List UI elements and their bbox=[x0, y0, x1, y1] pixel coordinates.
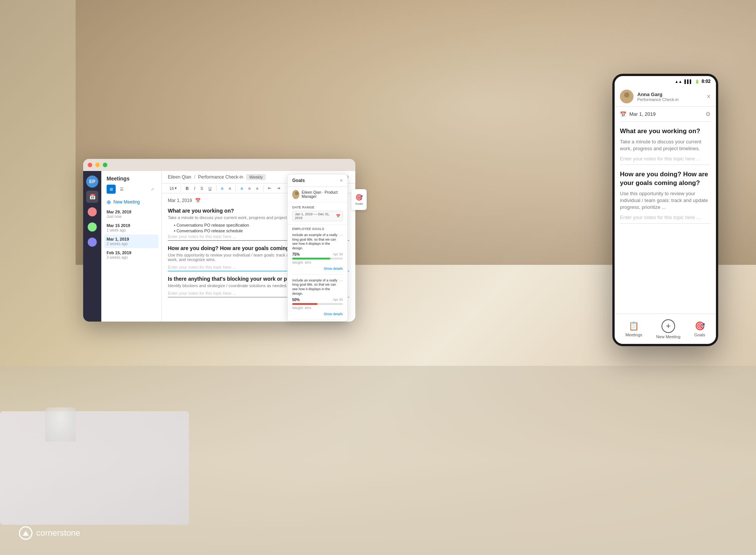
meeting-item-2[interactable]: Mar 15 2019 1 week ago bbox=[104, 221, 158, 235]
mobile-date-calendar-icon: 📅 bbox=[620, 111, 626, 117]
goals-date-range-text: Jan 1, 2019 — Dec 31, 2019 bbox=[295, 212, 336, 220]
mobile-panel: ▲▲ ▌▌▌ 🔋 8:02 Anna Garg Performance Chec… bbox=[612, 74, 718, 346]
goal-2-progress-bar bbox=[292, 303, 343, 305]
goal-2-weight: Weight: 40% bbox=[292, 306, 343, 310]
meeting-item-3[interactable]: Mar 1, 2019 2 weeks ago bbox=[104, 235, 158, 248]
new-meeting-plus-icon: ⊕ bbox=[107, 199, 111, 205]
meeting-ago-2: 1 week ago bbox=[107, 228, 156, 232]
bold-button[interactable]: B bbox=[183, 185, 191, 191]
mobile-goals-icon: 🎯 bbox=[695, 321, 705, 331]
goals-user-name: Eileen Qian • Product Manager bbox=[302, 190, 343, 199]
goals-user-row: Eileen Qian • Product Manager bbox=[288, 187, 347, 202]
mobile-gear-icon[interactable]: ⚙ bbox=[705, 110, 711, 118]
mobile-battery-icon: 🔋 bbox=[695, 79, 699, 84]
goal-item-2: Include an example of a really long goal… bbox=[292, 278, 343, 320]
mobile-close-button[interactable]: × bbox=[706, 93, 711, 101]
view-grid-button[interactable]: ⊞ bbox=[107, 185, 116, 194]
list-ordered-button[interactable]: ≡ bbox=[246, 185, 253, 191]
goals-panel-header: Goals × bbox=[288, 174, 347, 187]
sidebar-icon-user2[interactable] bbox=[86, 221, 98, 233]
font-size-selector[interactable]: 16 ▾ bbox=[168, 185, 178, 191]
goal-1-pct: 75% bbox=[292, 252, 300, 257]
sidebar-icon-user1[interactable] bbox=[86, 206, 98, 218]
outdent-button[interactable]: ⇥ bbox=[274, 185, 282, 191]
view-toggles: ⊞ ☰ ⤢ bbox=[104, 185, 158, 197]
mobile-topic-2: How are you doing? How are your goals co… bbox=[620, 165, 711, 224]
new-meeting-button[interactable]: ⊕ New Meeting bbox=[104, 197, 158, 207]
meeting-item-4[interactable]: Feb 15, 2019 3 weeks ago bbox=[104, 248, 158, 262]
mobile-nav-meetings[interactable]: 📋 Meetings bbox=[625, 321, 642, 337]
align-center-button[interactable]: ≡ bbox=[226, 185, 233, 191]
goals-float-icon-symbol: 🎯 bbox=[355, 194, 363, 201]
breadcrumb: Eileen Qian / Performance Check-in bbox=[168, 174, 243, 180]
titlebar-close-dot[interactable] bbox=[88, 163, 92, 167]
goal-2-pct: 50% bbox=[292, 298, 300, 302]
meeting-ago-1: Just now bbox=[107, 215, 156, 219]
mobile-nav-new-meeting[interactable]: + New Meeting bbox=[656, 319, 680, 339]
goal-1-progress-fill bbox=[292, 258, 330, 260]
mobile-topic-1-input[interactable]: Enter your notes for this topic here ... bbox=[620, 156, 711, 162]
goal-1-menu-icon[interactable]: ··· bbox=[339, 233, 343, 238]
mobile-date-row: 📅 Mar 1, 2019 ⚙ bbox=[620, 107, 711, 122]
goal-1-title: Include an example of a really long goal… bbox=[292, 233, 339, 251]
mobile-topic-2-desc: Use this opportunity to review your indi… bbox=[620, 190, 711, 211]
goal-2-header: Include an example of a really long goal… bbox=[292, 278, 343, 296]
logo-text: cornerstone bbox=[36, 528, 80, 538]
mobile-subtitle: Performance Check-in bbox=[637, 97, 703, 102]
goals-user-avatar bbox=[292, 190, 299, 199]
toolbar-separator-3 bbox=[235, 185, 236, 191]
underline-button[interactable]: U bbox=[206, 185, 214, 191]
logo-triangle-icon bbox=[23, 531, 29, 536]
breadcrumb-user: Eileen Qian bbox=[168, 174, 191, 180]
sidebar-user-avatar[interactable]: EP bbox=[86, 176, 98, 188]
mobile-new-meeting-label: New Meeting bbox=[656, 334, 680, 339]
goals-date-label: Date Range bbox=[292, 205, 343, 209]
list-unordered-button[interactable]: ≡ bbox=[238, 185, 245, 191]
sidebar-icon-user3[interactable] bbox=[86, 236, 98, 248]
meeting-ago-3: 2 weeks ago bbox=[107, 242, 156, 246]
goals-panel-title: Goals bbox=[292, 178, 305, 183]
goal-2-due: Apr 30 bbox=[333, 298, 343, 302]
meeting-date-2: Mar 15 2019 bbox=[107, 223, 156, 228]
meeting-date-4: Feb 15, 2019 bbox=[107, 250, 156, 255]
mobile-topic-1-desc: Take a minute to discuss your current wo… bbox=[620, 138, 711, 152]
goals-close-button[interactable]: × bbox=[340, 177, 343, 183]
editor-date: Mar 1, 2019 bbox=[168, 198, 192, 203]
date-calendar-icon[interactable]: 📅 bbox=[195, 198, 201, 203]
goal-2-progress-row: 50% Apr 30 bbox=[292, 298, 343, 302]
view-list-button[interactable]: ☰ bbox=[117, 185, 126, 194]
meeting-date-3: Mar 1, 2019 bbox=[107, 237, 156, 241]
mobile-date-text: Mar 1, 2019 bbox=[629, 111, 705, 117]
mobile-time: 8:02 bbox=[702, 79, 711, 84]
coffee-cup bbox=[45, 407, 76, 442]
svg-point-3 bbox=[622, 98, 632, 103]
indent-button[interactable]: ⇤ bbox=[266, 185, 274, 191]
list-indent-button[interactable]: ≡ bbox=[254, 185, 260, 191]
mobile-meetings-icon: 📋 bbox=[629, 321, 639, 331]
goal-item-1: Include an example of a really long goal… bbox=[292, 233, 343, 275]
italic-button[interactable]: I bbox=[192, 185, 197, 191]
tag-weekly: Weekly bbox=[246, 174, 266, 180]
sidebar-icon-calendar[interactable]: 📅 bbox=[86, 191, 98, 203]
titlebar-maximize-dot[interactable] bbox=[103, 163, 107, 167]
desktop-sidebar: EP 📅 bbox=[83, 171, 101, 322]
breadcrumb-page: Performance Check-in bbox=[198, 174, 243, 180]
goals-float-widget[interactable]: 🎯 Goals bbox=[352, 189, 367, 210]
mobile-bottom-nav: 📋 Meetings + New Meeting 🎯 Goals bbox=[615, 314, 716, 344]
align-left-button[interactable]: ≡ bbox=[219, 185, 226, 191]
strikethrough-button[interactable]: S bbox=[198, 185, 205, 191]
mobile-nav-goals[interactable]: 🎯 Goals bbox=[694, 321, 705, 337]
toolbar-separator-1 bbox=[181, 185, 181, 191]
goals-date-range[interactable]: Jan 1, 2019 — Dec 31, 2019 📅 bbox=[292, 211, 343, 221]
titlebar-minimize-dot[interactable] bbox=[95, 163, 100, 167]
meeting-item-1[interactable]: Mar 29, 2019 Just now bbox=[104, 207, 158, 221]
mobile-wifi-icon: ▲▲ bbox=[675, 79, 682, 84]
goal-2-show-details-button[interactable]: Show details bbox=[292, 312, 343, 316]
desktop-titlebar bbox=[83, 159, 355, 171]
font-size-value: 16 bbox=[169, 186, 174, 191]
goal-1-show-details-button[interactable]: Show details bbox=[292, 267, 343, 271]
font-size-dropdown-icon: ▾ bbox=[175, 186, 177, 191]
mobile-topic-2-input[interactable]: Enter your notes for this topic here ... bbox=[620, 215, 711, 220]
goal-2-menu-icon[interactable]: ··· bbox=[339, 278, 343, 283]
expand-button[interactable]: ⤢ bbox=[149, 185, 156, 193]
